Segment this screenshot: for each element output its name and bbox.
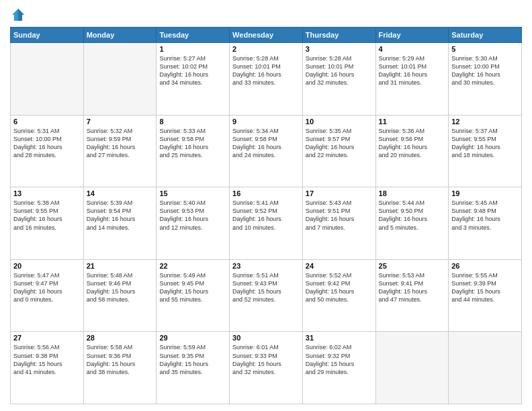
- day-number: 24: [306, 262, 373, 270]
- calendar-week-4: 20Sunrise: 5:47 AM Sunset: 9:47 PM Dayli…: [11, 259, 522, 332]
- day-info: Sunrise: 5:38 AM Sunset: 9:55 PM Dayligh…: [13, 199, 81, 232]
- calendar-header-row: SundayMondayTuesdayWednesdayThursdayFrid…: [11, 28, 522, 43]
- day-info: Sunrise: 5:41 AM Sunset: 9:52 PM Dayligh…: [232, 199, 300, 232]
- day-number: 15: [159, 189, 226, 197]
- day-number: 6: [13, 118, 81, 126]
- calendar-cell: 19Sunrise: 5:45 AM Sunset: 9:48 PM Dayli…: [449, 187, 522, 260]
- calendar-cell: [11, 43, 84, 116]
- day-number: 31: [306, 334, 373, 342]
- day-number: 14: [87, 189, 154, 197]
- day-number: 29: [159, 334, 226, 342]
- calendar-cell: 8Sunrise: 5:33 AM Sunset: 9:58 PM Daylig…: [157, 115, 230, 187]
- day-number: 22: [159, 262, 226, 270]
- day-info: Sunrise: 6:02 AM Sunset: 9:32 PM Dayligh…: [306, 343, 373, 376]
- calendar-cell: 6Sunrise: 5:31 AM Sunset: 10:00 PM Dayli…: [11, 115, 84, 187]
- day-info: Sunrise: 5:31 AM Sunset: 10:00 PM Daylig…: [13, 127, 81, 160]
- calendar-header-friday: Friday: [375, 28, 449, 43]
- calendar-cell: [375, 332, 449, 404]
- calendar-cell: 1Sunrise: 5:27 AM Sunset: 10:02 PM Dayli…: [157, 43, 230, 116]
- calendar-header-thursday: Thursday: [302, 28, 375, 43]
- day-info: Sunrise: 5:28 AM Sunset: 10:01 PM Daylig…: [232, 54, 300, 87]
- calendar-cell: 24Sunrise: 5:52 AM Sunset: 9:42 PM Dayli…: [302, 259, 375, 332]
- calendar-cell: 31Sunrise: 6:02 AM Sunset: 9:32 PM Dayli…: [302, 332, 375, 404]
- day-info: Sunrise: 5:58 AM Sunset: 9:36 PM Dayligh…: [87, 343, 154, 376]
- day-number: 13: [13, 189, 81, 197]
- day-info: Sunrise: 5:43 AM Sunset: 9:51 PM Dayligh…: [306, 199, 373, 232]
- calendar-cell: 25Sunrise: 5:53 AM Sunset: 9:41 PM Dayli…: [375, 259, 449, 332]
- calendar-cell: 29Sunrise: 5:59 AM Sunset: 9:35 PM Dayli…: [157, 332, 230, 404]
- calendar-cell: 16Sunrise: 5:41 AM Sunset: 9:52 PM Dayli…: [230, 187, 303, 260]
- day-number: 23: [232, 262, 300, 270]
- calendar-cell: 9Sunrise: 5:34 AM Sunset: 9:58 PM Daylig…: [230, 115, 303, 187]
- day-info: Sunrise: 5:51 AM Sunset: 9:43 PM Dayligh…: [232, 271, 300, 304]
- calendar-cell: [449, 332, 522, 404]
- calendar-week-3: 13Sunrise: 5:38 AM Sunset: 9:55 PM Dayli…: [11, 187, 522, 260]
- day-info: Sunrise: 5:37 AM Sunset: 9:55 PM Dayligh…: [451, 127, 519, 160]
- page: SundayMondayTuesdayWednesdayThursdayFrid…: [0, 0, 532, 411]
- day-number: 17: [306, 189, 373, 197]
- calendar-cell: [83, 43, 157, 116]
- day-info: Sunrise: 5:40 AM Sunset: 9:53 PM Dayligh…: [159, 199, 226, 232]
- day-info: Sunrise: 5:36 AM Sunset: 9:56 PM Dayligh…: [379, 127, 446, 160]
- logo-icon: [10, 7, 26, 23]
- day-number: 30: [232, 334, 300, 342]
- day-info: Sunrise: 5:47 AM Sunset: 9:47 PM Dayligh…: [13, 271, 81, 304]
- day-info: Sunrise: 5:29 AM Sunset: 10:01 PM Daylig…: [379, 54, 446, 87]
- day-number: 8: [159, 118, 226, 126]
- calendar-header-monday: Monday: [83, 28, 157, 43]
- calendar-header-tuesday: Tuesday: [157, 28, 230, 43]
- day-number: 3: [306, 45, 373, 53]
- header: [10, 7, 522, 23]
- day-number: 11: [379, 118, 446, 126]
- day-info: Sunrise: 5:48 AM Sunset: 9:46 PM Dayligh…: [87, 271, 154, 304]
- day-info: Sunrise: 5:52 AM Sunset: 9:42 PM Dayligh…: [306, 271, 373, 304]
- day-info: Sunrise: 5:53 AM Sunset: 9:41 PM Dayligh…: [379, 271, 446, 304]
- calendar-cell: 28Sunrise: 5:58 AM Sunset: 9:36 PM Dayli…: [83, 332, 157, 404]
- calendar-cell: 12Sunrise: 5:37 AM Sunset: 9:55 PM Dayli…: [449, 115, 522, 187]
- calendar-cell: 18Sunrise: 5:44 AM Sunset: 9:50 PM Dayli…: [375, 187, 449, 260]
- calendar-cell: 20Sunrise: 5:47 AM Sunset: 9:47 PM Dayli…: [11, 259, 84, 332]
- day-info: Sunrise: 5:39 AM Sunset: 9:54 PM Dayligh…: [87, 199, 154, 232]
- calendar-cell: 3Sunrise: 5:28 AM Sunset: 10:01 PM Dayli…: [302, 43, 375, 116]
- day-number: 28: [87, 334, 154, 342]
- day-number: 27: [13, 334, 81, 342]
- day-number: 7: [87, 118, 154, 126]
- day-number: 21: [87, 262, 154, 270]
- calendar-table: SundayMondayTuesdayWednesdayThursdayFrid…: [10, 27, 522, 404]
- day-info: Sunrise: 5:33 AM Sunset: 9:58 PM Dayligh…: [159, 127, 226, 160]
- day-info: Sunrise: 5:44 AM Sunset: 9:50 PM Dayligh…: [379, 199, 446, 232]
- calendar-cell: 2Sunrise: 5:28 AM Sunset: 10:01 PM Dayli…: [230, 43, 303, 116]
- day-number: 1: [159, 45, 226, 53]
- calendar-cell: 11Sunrise: 5:36 AM Sunset: 9:56 PM Dayli…: [375, 115, 449, 187]
- logo: [10, 7, 29, 23]
- day-number: 25: [379, 262, 446, 270]
- calendar-cell: 13Sunrise: 5:38 AM Sunset: 9:55 PM Dayli…: [11, 187, 84, 260]
- day-number: 20: [13, 262, 81, 270]
- day-info: Sunrise: 5:27 AM Sunset: 10:02 PM Daylig…: [159, 54, 226, 87]
- day-number: 16: [232, 189, 300, 197]
- day-info: Sunrise: 5:34 AM Sunset: 9:58 PM Dayligh…: [232, 127, 300, 160]
- day-number: 9: [232, 118, 300, 126]
- calendar-week-1: 1Sunrise: 5:27 AM Sunset: 10:02 PM Dayli…: [11, 43, 522, 116]
- calendar-cell: 14Sunrise: 5:39 AM Sunset: 9:54 PM Dayli…: [83, 187, 157, 260]
- calendar-cell: 21Sunrise: 5:48 AM Sunset: 9:46 PM Dayli…: [83, 259, 157, 332]
- day-number: 4: [379, 45, 446, 53]
- calendar-cell: 5Sunrise: 5:30 AM Sunset: 10:00 PM Dayli…: [449, 43, 522, 116]
- day-info: Sunrise: 5:35 AM Sunset: 9:57 PM Dayligh…: [306, 127, 373, 160]
- day-number: 10: [306, 118, 373, 126]
- day-info: Sunrise: 5:55 AM Sunset: 9:39 PM Dayligh…: [451, 271, 519, 304]
- calendar-cell: 30Sunrise: 6:01 AM Sunset: 9:33 PM Dayli…: [230, 332, 303, 404]
- calendar-header-wednesday: Wednesday: [230, 28, 303, 43]
- day-number: 12: [451, 118, 519, 126]
- calendar-header-saturday: Saturday: [449, 28, 522, 43]
- day-number: 5: [451, 45, 519, 53]
- day-number: 26: [451, 262, 519, 270]
- day-info: Sunrise: 5:30 AM Sunset: 10:00 PM Daylig…: [451, 54, 519, 87]
- day-number: 2: [232, 45, 300, 53]
- day-info: Sunrise: 5:45 AM Sunset: 9:48 PM Dayligh…: [451, 199, 519, 232]
- calendar-week-2: 6Sunrise: 5:31 AM Sunset: 10:00 PM Dayli…: [11, 115, 522, 187]
- day-number: 19: [451, 189, 519, 197]
- calendar-cell: 15Sunrise: 5:40 AM Sunset: 9:53 PM Dayli…: [157, 187, 230, 260]
- svg-marker-1: [18, 9, 24, 21]
- calendar-cell: 27Sunrise: 5:56 AM Sunset: 9:38 PM Dayli…: [11, 332, 84, 404]
